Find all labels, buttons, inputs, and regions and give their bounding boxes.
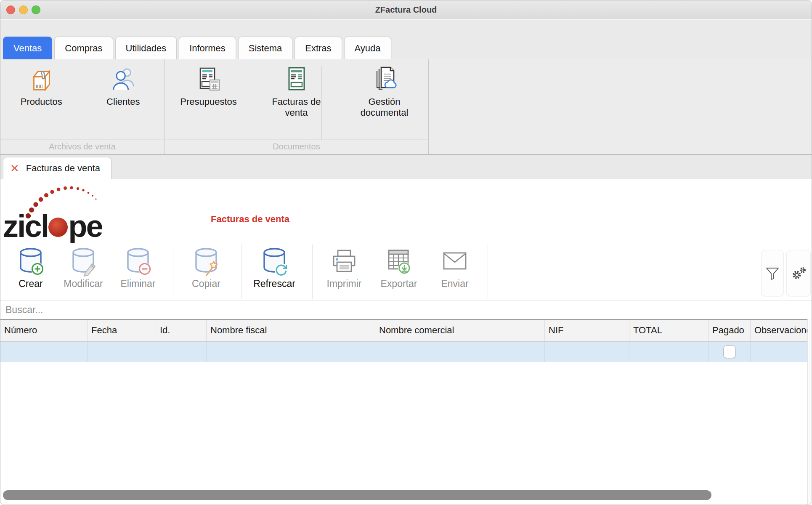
ribbon-item-label: Clientes [106, 96, 140, 107]
ribbon-item-clientes[interactable]: Clientes [88, 65, 159, 107]
crear-button[interactable]: Crear [4, 247, 58, 290]
tab-sistema[interactable]: Sistema [238, 37, 292, 59]
content-area: ziclpe Facturas de venta [0, 179, 812, 505]
title-bar: ZFactura Cloud [0, 0, 812, 19]
tab-extras[interactable]: Extras [295, 37, 342, 59]
ribbon-item-gestion-documental[interactable]: Gestión documental [349, 65, 420, 118]
ribbon-item-presupuestos[interactable]: Presupuestos [173, 65, 244, 107]
ribbon-item-label: Productos [21, 96, 62, 107]
invoice-document-icon [283, 65, 310, 93]
ribbon-subdivider [321, 66, 322, 140]
search-input[interactable] [0, 300, 812, 319]
tab-ayuda[interactable]: Ayuda [344, 37, 391, 59]
database-plus-icon [16, 247, 45, 277]
printer-icon [330, 247, 358, 277]
horizontal-scrollbar-thumb[interactable] [3, 490, 711, 500]
content-tab-strip: ✕ Facturas de venta [0, 155, 812, 179]
copiar-button[interactable]: Copiar [179, 247, 233, 290]
toolbar-label: Eliminar [120, 278, 155, 290]
refrescar-button[interactable]: Refrescar [247, 247, 301, 290]
toolbar-label: Modificar [64, 278, 103, 290]
ribbon-item-productos[interactable]: Productos [5, 65, 77, 107]
people-icon [110, 65, 136, 93]
ziclope-logo: ziclpe [3, 181, 138, 244]
documents-cloud-icon [371, 65, 398, 93]
table-header: Número Fecha Id. Nombre fiscal Nombre co… [0, 319, 807, 342]
main-tab-strip: Ventas Compras Utilidades Informes Siste… [0, 20, 812, 59]
ribbon-item-label: Facturas de venta [265, 96, 328, 118]
tab-utilidades[interactable]: Utilidades [115, 37, 177, 59]
table-export-icon [385, 247, 413, 277]
close-x-icon[interactable]: ✕ [10, 163, 19, 174]
ribbon: Productos Clientes Archivos de venta [0, 59, 812, 155]
table-row[interactable] [0, 342, 807, 362]
database-minus-icon [124, 247, 152, 277]
ribbon-divider [428, 59, 429, 154]
modificar-button[interactable]: Modificar [56, 247, 110, 290]
imprimir-button[interactable]: Imprimir [317, 247, 371, 290]
tab-informes[interactable]: Informes [179, 37, 236, 59]
exportar-button[interactable]: Exportar [372, 247, 426, 290]
database-wand-icon [192, 247, 220, 277]
box-icon [28, 65, 54, 93]
content-tab-facturas[interactable]: ✕ Facturas de venta [3, 157, 111, 179]
app-window: ZFactura Cloud Ventas Compras Utilidades… [0, 0, 812, 505]
document-calculator-icon [195, 65, 222, 93]
pagado-checkbox[interactable] [723, 346, 736, 358]
settings-button[interactable] [786, 250, 811, 296]
filter-button[interactable] [761, 250, 784, 296]
column-header-pagado[interactable]: Pagado [709, 320, 751, 341]
search-row [0, 300, 812, 319]
ribbon-group-documentos: Presupuestos Facturas de venta [165, 59, 428, 154]
database-pencil-icon [69, 247, 98, 277]
column-header-total[interactable]: TOTAL [629, 320, 709, 341]
enviar-button[interactable]: Enviar [428, 247, 482, 290]
filter-funnel-icon [765, 266, 780, 280]
gears-icon [790, 265, 807, 282]
column-header-nombre-fiscal[interactable]: Nombre fiscal [207, 320, 375, 341]
toolbar: Crear Modificar [0, 244, 812, 300]
ribbon-group-archivos: Productos Clientes Archivos de venta [0, 59, 164, 154]
ribbon-item-label: Presupuestos [180, 96, 237, 107]
tab-ventas[interactable]: Ventas [3, 37, 52, 59]
column-header-observaciones[interactable]: Observaciones [751, 320, 807, 341]
ribbon-group-label: Archivos de venta [0, 142, 164, 152]
toolbar-label: Refrescar [253, 278, 295, 290]
content-tab-label: Facturas de venta [26, 163, 100, 174]
toolbar-label: Exportar [381, 278, 417, 290]
eliminar-button[interactable]: Eliminar [111, 247, 165, 290]
column-header-numero[interactable]: Número [0, 320, 88, 341]
page-title: Facturas de venta [211, 214, 289, 225]
toolbar-label: Crear [19, 278, 43, 290]
column-header-nombre-comercial[interactable]: Nombre comercial [375, 320, 545, 341]
column-header-id[interactable]: Id. [156, 320, 207, 341]
column-header-nif[interactable]: NIF [545, 320, 629, 341]
window-title: ZFactura Cloud [0, 0, 812, 19]
database-refresh-icon [260, 247, 289, 277]
column-header-fecha[interactable]: Fecha [88, 320, 156, 341]
vertical-scrollbar-track[interactable] [807, 319, 812, 505]
tab-compras[interactable]: Compras [54, 37, 113, 59]
toolbar-label: Copiar [192, 278, 220, 290]
ribbon-group-label: Documentos [165, 142, 428, 152]
envelope-icon [440, 247, 469, 277]
ribbon-item-label: Gestión documental [353, 96, 416, 118]
logo-red-dot [48, 218, 68, 237]
toolbar-label: Imprimir [326, 278, 361, 290]
logo-text: ziclpe [3, 211, 102, 242]
toolbar-label: Enviar [441, 278, 468, 290]
